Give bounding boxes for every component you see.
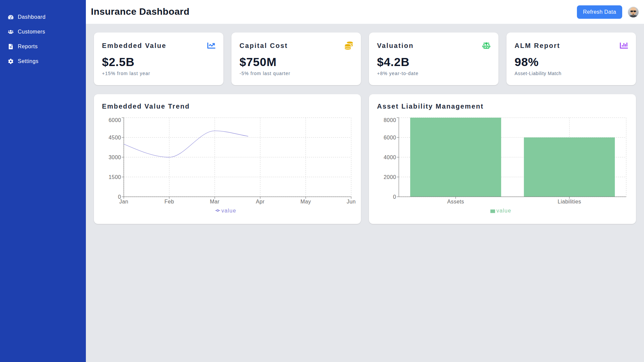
svg-text:Jun: Jun [347,199,356,204]
svg-text:Apr: Apr [256,199,265,204]
svg-text:1500: 1500 [109,174,121,180]
svg-text:6000: 6000 [384,135,396,140]
svg-text:8000: 8000 [384,117,396,123]
svg-text:value: value [496,208,511,214]
svg-text:Liabilities: Liabilities [557,199,581,204]
svg-text:4000: 4000 [384,155,396,160]
svg-text:0: 0 [393,194,396,200]
svg-text:Jan: Jan [119,199,128,204]
svg-text:2000: 2000 [384,174,396,180]
svg-text:6000: 6000 [109,117,121,123]
svg-text:Assets: Assets [447,199,464,204]
svg-text:3000: 3000 [109,155,121,160]
svg-text:value: value [221,208,236,214]
svg-text:Mar: Mar [210,199,220,204]
svg-text:May: May [301,199,311,204]
svg-text:Feb: Feb [164,199,174,204]
svg-text:4500: 4500 [109,135,121,140]
